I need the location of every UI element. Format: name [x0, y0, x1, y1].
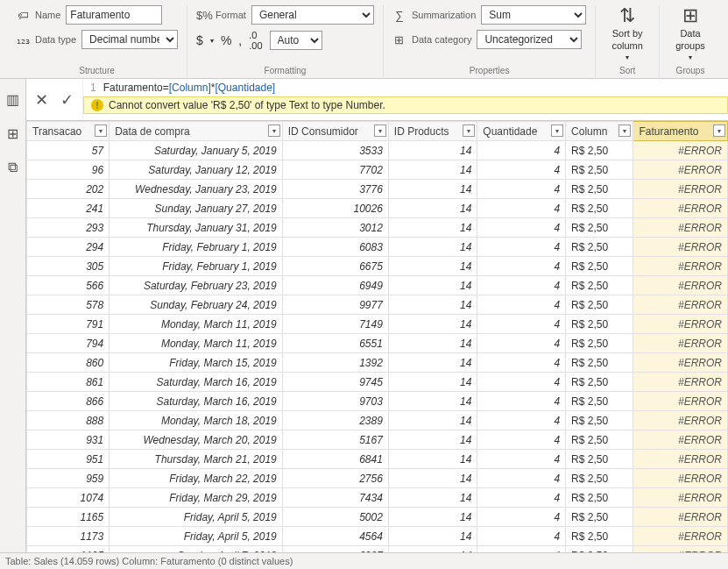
- cell[interactable]: Saturday, March 16, 2019: [110, 373, 283, 392]
- cell[interactable]: 3533: [282, 141, 388, 160]
- cell[interactable]: 14: [388, 276, 477, 295]
- cell[interactable]: #ERROR: [633, 546, 728, 553]
- cell[interactable]: #ERROR: [633, 392, 728, 411]
- cell[interactable]: #ERROR: [633, 334, 728, 353]
- cell[interactable]: #ERROR: [633, 508, 728, 527]
- table-row[interactable]: 241Sunday, January 27, 201910026144R$ 2,…: [27, 199, 728, 218]
- table-row[interactable]: 1195Sunday, April 7, 20196997144R$ 2,50#…: [27, 546, 728, 553]
- cell[interactable]: 4: [477, 160, 566, 180]
- cell[interactable]: #ERROR: [633, 295, 728, 315]
- cell[interactable]: 4: [477, 199, 566, 218]
- table-row[interactable]: 791Monday, March 11, 20197149144R$ 2,50#…: [27, 315, 728, 334]
- filter-dropdown-icon[interactable]: ▾: [463, 124, 475, 137]
- cell[interactable]: 791: [27, 315, 110, 334]
- cell[interactable]: #ERROR: [633, 430, 728, 450]
- cell[interactable]: 4: [477, 218, 566, 238]
- table-row[interactable]: 794Monday, March 11, 20196551144R$ 2,50#…: [27, 334, 728, 353]
- data-view-icon[interactable]: ⊞: [7, 125, 18, 142]
- cell[interactable]: #ERROR: [633, 469, 728, 488]
- filter-dropdown-icon[interactable]: ▾: [95, 124, 107, 137]
- column-header[interactable]: Data de compra▾: [110, 122, 283, 141]
- table-row[interactable]: 202Wednesday, January 23, 20193776144R$ …: [27, 180, 728, 199]
- cell[interactable]: 6083: [282, 238, 388, 257]
- cell[interactable]: Thursday, January 31, 2019: [110, 218, 283, 238]
- cell[interactable]: R$ 2,50: [566, 430, 633, 450]
- commit-formula-button[interactable]: ✓: [60, 90, 74, 110]
- cell[interactable]: 14: [388, 508, 477, 527]
- cell[interactable]: 7149: [282, 315, 388, 334]
- cell[interactable]: Friday, April 5, 2019: [110, 508, 283, 527]
- cell[interactable]: Saturday, February 23, 2019: [110, 276, 283, 295]
- cell[interactable]: 4: [477, 469, 566, 488]
- column-header[interactable]: Faturamento▾: [633, 122, 728, 141]
- cell[interactable]: Thursday, March 21, 2019: [110, 450, 283, 469]
- cell[interactable]: R$ 2,50: [566, 218, 633, 238]
- cell[interactable]: 14: [388, 199, 477, 218]
- cell[interactable]: 1173: [27, 527, 110, 546]
- table-row[interactable]: 305Friday, February 1, 20196675144R$ 2,5…: [27, 257, 728, 276]
- cell[interactable]: 1195: [27, 546, 110, 553]
- cell[interactable]: Friday, March 15, 2019: [110, 353, 283, 373]
- table-row[interactable]: 1074Friday, March 29, 20197434144R$ 2,50…: [27, 488, 728, 508]
- cell[interactable]: 4: [477, 527, 566, 546]
- cell[interactable]: 1074: [27, 488, 110, 508]
- cell[interactable]: 861: [27, 373, 110, 392]
- cell[interactable]: R$ 2,50: [566, 527, 633, 546]
- cell[interactable]: 4: [477, 373, 566, 392]
- cell[interactable]: 9703: [282, 392, 388, 411]
- cell[interactable]: R$ 2,50: [566, 469, 633, 488]
- cell[interactable]: R$ 2,50: [566, 276, 633, 295]
- cell[interactable]: 14: [388, 141, 477, 160]
- table-row[interactable]: 578Sunday, February 24, 20199977144R$ 2,…: [27, 295, 728, 315]
- table-row[interactable]: 1173Friday, April 5, 20194564144R$ 2,50#…: [27, 527, 728, 546]
- data-groups-button[interactable]: ⊞ Data groups ▾: [668, 5, 712, 62]
- cell[interactable]: 57: [27, 141, 110, 160]
- filter-dropdown-icon[interactable]: ▾: [268, 124, 280, 137]
- cell[interactable]: Friday, March 29, 2019: [110, 488, 283, 508]
- cell[interactable]: Wednesday, January 23, 2019: [110, 180, 283, 199]
- cell[interactable]: 14: [388, 238, 477, 257]
- column-header[interactable]: Transacao▾: [27, 122, 110, 141]
- cell[interactable]: 5002: [282, 508, 388, 527]
- name-input[interactable]: [66, 5, 162, 25]
- cell[interactable]: 7702: [282, 160, 388, 180]
- cell[interactable]: 9977: [282, 295, 388, 315]
- cell[interactable]: R$ 2,50: [566, 546, 633, 553]
- cell[interactable]: R$ 2,50: [566, 257, 633, 276]
- cell[interactable]: 578: [27, 295, 110, 315]
- cell[interactable]: R$ 2,50: [566, 295, 633, 315]
- cell[interactable]: 4: [477, 276, 566, 295]
- cell[interactable]: 14: [388, 160, 477, 180]
- cell[interactable]: 14: [388, 546, 477, 553]
- cell[interactable]: 14: [388, 469, 477, 488]
- cell[interactable]: 293: [27, 218, 110, 238]
- data-grid[interactable]: Transacao▾Data de compra▾ID Consumidor▾I…: [26, 121, 728, 552]
- cell[interactable]: R$ 2,50: [566, 334, 633, 353]
- cell[interactable]: 931: [27, 430, 110, 450]
- percent-button[interactable]: %: [221, 33, 231, 47]
- cell[interactable]: Friday, February 1, 2019: [110, 238, 283, 257]
- table-row[interactable]: 931Wednesday, March 20, 20195167144R$ 2,…: [27, 430, 728, 450]
- cell[interactable]: 3776: [282, 180, 388, 199]
- cell[interactable]: 14: [388, 411, 477, 430]
- cell[interactable]: 14: [388, 334, 477, 353]
- cell[interactable]: 4: [477, 180, 566, 199]
- table-row[interactable]: 860Friday, March 15, 20191392144R$ 2,50#…: [27, 353, 728, 373]
- table-row[interactable]: 861Saturday, March 16, 20199745144R$ 2,5…: [27, 373, 728, 392]
- column-header[interactable]: Quantidade▾: [477, 122, 566, 141]
- currency-dropdown-icon[interactable]: ▾: [210, 37, 214, 45]
- cell[interactable]: R$ 2,50: [566, 488, 633, 508]
- report-view-icon[interactable]: ▥: [6, 91, 19, 108]
- cell[interactable]: Saturday, March 16, 2019: [110, 392, 283, 411]
- table-row[interactable]: 566Saturday, February 23, 20196949144R$ …: [27, 276, 728, 295]
- format-select[interactable]: General: [251, 5, 374, 25]
- cell[interactable]: 305: [27, 257, 110, 276]
- cell[interactable]: 566: [27, 276, 110, 295]
- table-row[interactable]: 57Saturday, January 5, 20193533144R$ 2,5…: [27, 141, 728, 160]
- cell[interactable]: 14: [388, 257, 477, 276]
- cell[interactable]: #ERROR: [633, 411, 728, 430]
- cell[interactable]: #ERROR: [633, 218, 728, 238]
- cell[interactable]: #ERROR: [633, 238, 728, 257]
- cell[interactable]: 4: [477, 353, 566, 373]
- cell[interactable]: R$ 2,50: [566, 373, 633, 392]
